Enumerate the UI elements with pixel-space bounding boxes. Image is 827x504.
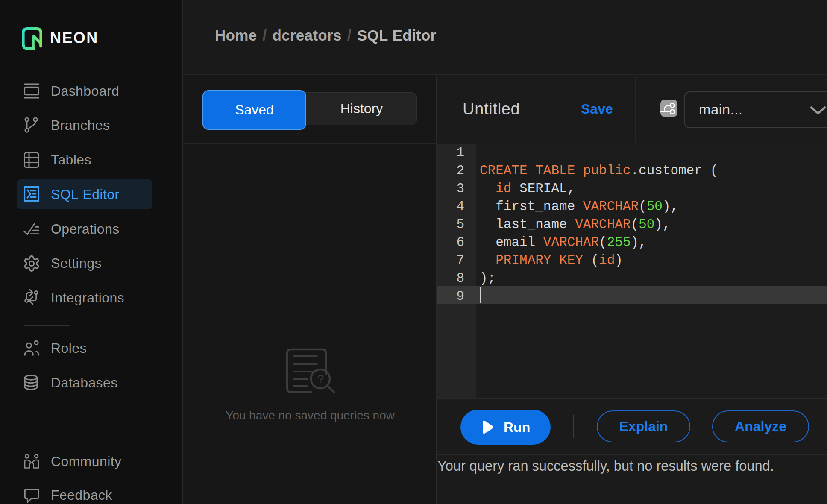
- svg-text:?: ?: [317, 372, 324, 386]
